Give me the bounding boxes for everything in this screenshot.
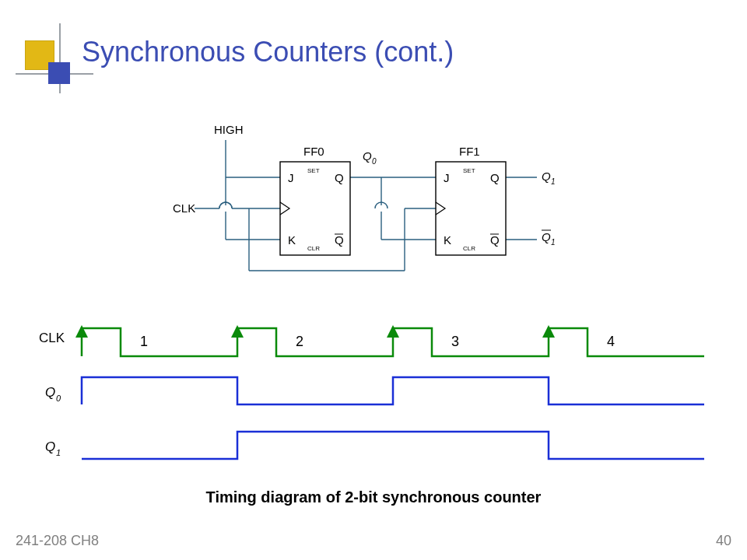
clk-cycle-3: 3: [451, 334, 459, 349]
flipflop-ff0: J K Q Q SET CLR: [280, 162, 350, 255]
k-label: K: [288, 233, 296, 247]
clk-label: CLK: [173, 201, 195, 215]
svg-text:Q: Q: [45, 439, 55, 454]
qbar-label: Q: [490, 233, 500, 247]
svg-rect-13: [375, 205, 388, 212]
k-label: K: [444, 233, 451, 247]
q1-waveform: [82, 432, 704, 459]
slide-title: Synchronous Counters (cont.): [82, 36, 454, 68]
set-label: SET: [463, 167, 475, 174]
q1bar-out-label: Q 1: [542, 230, 556, 247]
svg-text:1: 1: [56, 448, 61, 457]
svg-text:1: 1: [551, 238, 556, 247]
caption: Timing diagram of 2-bit synchronous coun…: [0, 488, 747, 506]
clk-cycle-4: 4: [607, 334, 615, 349]
q0-row-label: Q 0: [45, 385, 61, 403]
clr-label: CLR: [463, 245, 475, 252]
j-label: J: [288, 171, 294, 184]
ff0-label: FF0: [303, 145, 324, 158]
rising-edge-arrow-icon: [542, 325, 555, 338]
timing-diagram: CLK Q 0 Q 1 1 2 3 4: [39, 319, 716, 482]
set-label: SET: [307, 167, 320, 174]
flipflop-ff1: J K Q Q SET CLR: [436, 162, 506, 255]
clk-cycle-1: 1: [140, 334, 148, 349]
clk-row-label: CLK: [39, 331, 65, 345]
high-label: HIGH: [214, 123, 244, 136]
ff1-label: FF1: [459, 145, 480, 158]
rising-edge-arrow-icon: [75, 325, 88, 338]
q0-net-label: Q 0: [363, 149, 377, 166]
footer-left: 241-208 CH8: [16, 533, 99, 549]
deco-square-blue: [48, 62, 70, 84]
svg-text:Q: Q: [542, 230, 551, 243]
rising-edge-arrow-icon: [231, 325, 244, 338]
rising-edge-arrow-icon: [387, 325, 399, 338]
svg-rect-5: [219, 205, 232, 212]
q0-waveform: [82, 377, 704, 404]
j-label: J: [444, 171, 450, 184]
svg-text:0: 0: [56, 394, 61, 403]
qbar-label: Q: [335, 233, 344, 247]
svg-text:Q: Q: [45, 385, 55, 400]
q-label: Q: [335, 171, 344, 184]
footer-right: 40: [716, 533, 731, 549]
svg-text:Q: Q: [363, 149, 372, 163]
slide: Synchronous Counters (cont.): [0, 0, 747, 560]
svg-text:1: 1: [551, 177, 556, 186]
q1-out-label: Q 1: [542, 170, 556, 186]
svg-text:0: 0: [372, 157, 377, 166]
clk-cycle-2: 2: [296, 334, 303, 349]
q-label: Q: [490, 171, 500, 184]
svg-text:Q: Q: [542, 170, 551, 183]
q1-row-label: Q 1: [45, 439, 61, 457]
clr-label: CLR: [307, 245, 320, 252]
schematic-diagram: J K Q Q SET CLR J K Q Q SET CLR HIGH CLK…: [171, 117, 576, 296]
